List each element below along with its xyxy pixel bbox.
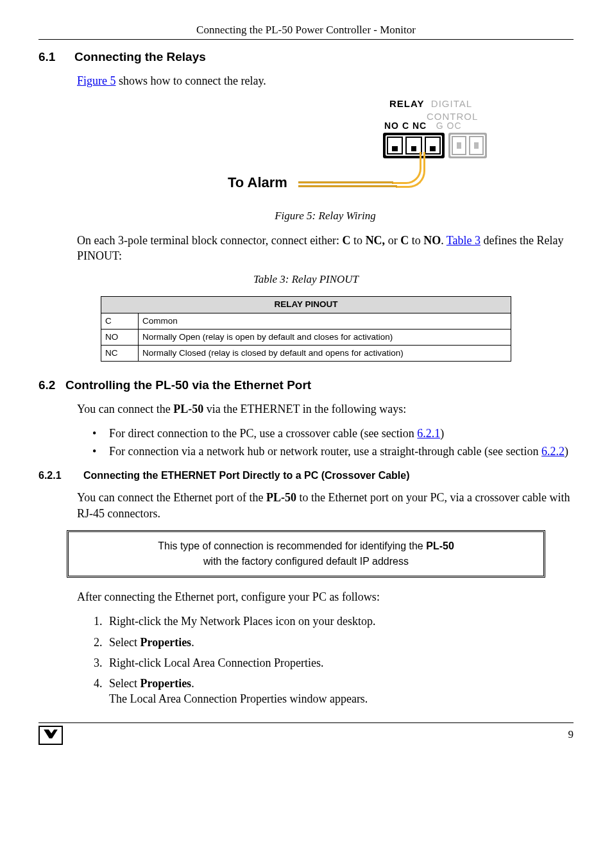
- figure-5-link[interactable]: Figure 5: [77, 74, 116, 87]
- wire-icon: [298, 185, 397, 187]
- info-callout: This type of connection is recommended f…: [67, 530, 545, 578]
- to-alarm-label: To Alarm: [228, 173, 287, 192]
- section-link[interactable]: 6.2.1: [417, 427, 440, 440]
- table-row: NONormally Open (relay is open by defaul…: [101, 329, 511, 345]
- figure-5: RELAY DIGITAL CONTROL NO C NC G OC To Al…: [77, 97, 574, 224]
- list-item: For connection via a network hub or netw…: [92, 444, 574, 459]
- page-number: 9: [568, 728, 574, 742]
- after-figure-paragraph: On each 3-pole terminal block connector,…: [77, 233, 574, 264]
- table-header: RELAY PINOUT: [101, 297, 511, 313]
- page-footer: 9: [38, 722, 574, 745]
- section-6-1-intro: Figure 5 shows how to connect the relay.: [77, 73, 574, 88]
- section-6-2-intro: You can connect the PL-50 via the ETHERN…: [77, 401, 574, 417]
- section-6-2-heading: 6.2Controlling the PL-50 via the Etherne…: [38, 377, 574, 394]
- wire-icon: [298, 181, 393, 183]
- section-title: Connecting the Relays: [74, 50, 206, 63]
- after-callout-paragraph: After connecting the Ethernet port, conf…: [77, 589, 574, 605]
- digital-control-block: [448, 133, 487, 158]
- running-header: Connecting the PL-50 Power Controller - …: [38, 23, 574, 40]
- relay-pinout-table: RELAY PINOUT CCommon NONormally Open (re…: [101, 296, 511, 362]
- intro-text: shows how to connect the relay.: [116, 74, 266, 87]
- wire-icon: [396, 152, 425, 188]
- table-3-caption: Table 3: Relay PINOUT: [38, 272, 574, 287]
- section-6-2-1-paragraph: You can connect the Ethernet port of the…: [77, 490, 574, 521]
- section-6-2-bullets: For direct connection to the PC, use a c…: [92, 426, 574, 460]
- section-title: Controlling the PL-50 via the Ethernet P…: [65, 378, 311, 392]
- list-item: Right-click Local Area Connection Proper…: [105, 655, 574, 671]
- table-row: NCNormally Closed (relay is closed by de…: [101, 346, 511, 362]
- figure-pin-labels: NO C NC G OC: [384, 120, 462, 132]
- kramer-logo-icon: [38, 726, 63, 745]
- list-item: Select Properties.: [105, 635, 574, 650]
- section-number: 6.2.1: [38, 469, 83, 483]
- section-link[interactable]: 6.2.2: [541, 445, 565, 458]
- configure-pc-steps: Right-click the My Network Places icon o…: [90, 613, 574, 706]
- section-6-1-heading: 6.1Connecting the Relays: [38, 49, 574, 65]
- list-item: Select Properties.The Local Area Connect…: [105, 676, 574, 707]
- section-number: 6.2: [38, 377, 65, 394]
- figure-5-caption: Figure 5: Relay Wiring: [77, 209, 574, 224]
- table-3-link[interactable]: Table 3: [446, 234, 480, 247]
- section-title: Connecting the ETHERNET Port Directly to…: [83, 470, 410, 481]
- list-item: Right-click the My Network Places icon o…: [105, 613, 574, 629]
- section-number: 6.1: [38, 49, 74, 65]
- list-item: For direct connection to the PC, use a c…: [92, 426, 574, 441]
- section-6-2-1-heading: 6.2.1Connecting the ETHERNET Port Direct…: [38, 469, 574, 483]
- table-row: CCommon: [101, 313, 511, 329]
